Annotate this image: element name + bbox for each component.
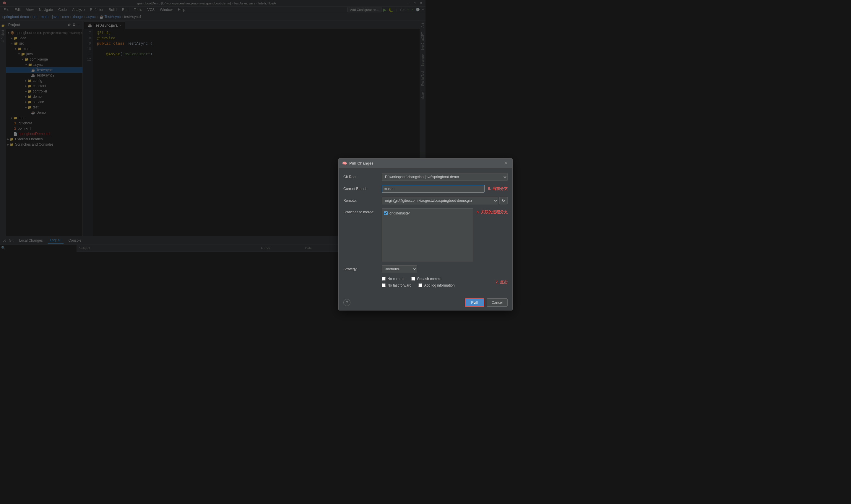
remote-row: Remote: origin(git@gitee.com:xiaogectwbq… xyxy=(343,196,426,205)
git-root-value: D:\workspace\zhangxiao-java\springboot-d… xyxy=(382,173,426,181)
remote-select[interactable]: origin(git@gitee.com:xiaogectwbq/springb… xyxy=(382,197,426,204)
dialog-title-text: Pull Changes xyxy=(349,161,374,165)
current-branch-row: Current Branch: master 5. 当前分支 xyxy=(343,185,426,193)
branches-label: Branches to merge: xyxy=(343,208,382,214)
pull-dialog: 🧠 Pull Changes × Git Root: D:\workspace\… xyxy=(338,158,426,252)
dialog-title-bar: 🧠 Pull Changes × xyxy=(339,159,426,168)
git-root-select[interactable]: D:\workspace\zhangxiao-java\springboot-d… xyxy=(382,173,426,181)
branches-value: origin/master xyxy=(382,208,426,252)
branch-name: master xyxy=(384,187,395,191)
git-root-label: Git Root: xyxy=(343,175,382,179)
branch-checkbox-label: origin/master xyxy=(390,211,410,215)
dialog-body: Git Root: D:\workspace\zhangxiao-java\sp… xyxy=(339,168,426,252)
branches-area: origin/master xyxy=(382,208,426,252)
dialog-icon: 🧠 xyxy=(342,161,347,165)
branches-row: Branches to merge: origin/master 6. 关联的远… xyxy=(343,208,426,252)
current-branch-label: Current Branch: xyxy=(343,187,382,191)
current-branch-value: master xyxy=(382,185,426,193)
branch-checkbox[interactable] xyxy=(384,211,388,215)
dialog-title: 🧠 Pull Changes xyxy=(342,161,374,165)
remote-value: origin(git@gitee.com:xiaogectwbq/springb… xyxy=(382,197,426,204)
branch-master-box: master xyxy=(382,185,426,193)
git-root-row: Git Root: D:\workspace\zhangxiao-java\sp… xyxy=(343,173,426,181)
modal-overlay: 🧠 Pull Changes × Git Root: D:\workspace\… xyxy=(0,0,426,252)
branch-checkbox-item: origin/master xyxy=(384,210,426,216)
remote-label: Remote: xyxy=(343,199,382,203)
